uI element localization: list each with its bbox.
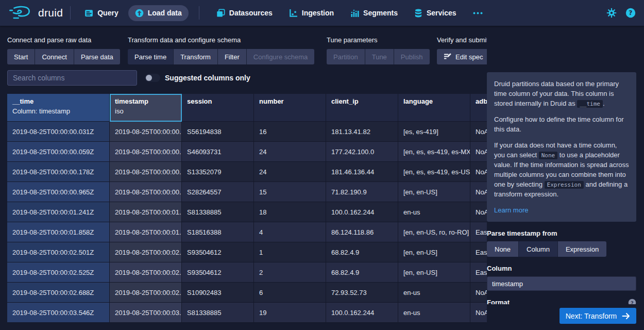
parse-timestamp-from-group: NoneColumnExpression <box>487 241 636 257</box>
table-cell: 4 <box>254 222 326 242</box>
table-cell: 1 <box>254 242 326 262</box>
table-cell: 16 <box>254 122 326 142</box>
step-group: Tune parametersPartitionTunePublish <box>327 36 430 64</box>
table-cell: 2019-08-25T00:00:02.501Z <box>7 242 110 262</box>
step-button-parse-data[interactable]: Parse data <box>74 49 120 64</box>
table-cell: [en, es, es-419, es-MX] <box>398 142 470 162</box>
column-header-timestamp[interactable]: timestampiso <box>110 94 182 122</box>
step-button-publish: Publish <box>394 49 430 64</box>
druid-logo[interactable]: druid <box>8 5 63 21</box>
services-icon <box>414 9 422 18</box>
suggested-columns-toggle[interactable] <box>145 74 160 82</box>
table-cell: 2019-08-25T00:00:02.688Z <box>110 283 182 303</box>
nav-item-services[interactable]: Services <box>408 5 463 21</box>
column-header-client-ip[interactable]: client_ip <box>326 94 398 122</box>
callout-paragraph: Configure how to define the time column … <box>494 114 629 134</box>
help-icon[interactable]: ? <box>625 8 636 18</box>
callout-paragraph: If your data does not have a time column… <box>494 140 629 199</box>
step-group-title: Verify and submit <box>437 36 489 44</box>
table-cell: [en, en-US] <box>398 182 470 202</box>
column-header-number[interactable]: number <box>254 94 326 122</box>
table-cell: 2019-08-25T00:00:00.178Z <box>7 162 110 182</box>
table-cell: 2019-08-25T00:00:02.525Z <box>7 262 110 283</box>
column-name: number <box>259 97 320 105</box>
table-cell: [en, en-US] <box>398 262 470 283</box>
nav-item-ingestion[interactable]: Ingestion <box>282 5 341 21</box>
parse-from-option-none[interactable]: None <box>487 241 519 257</box>
column-subtitle: Column: timestamp <box>12 107 104 115</box>
table-cell: S93504612 <box>182 242 254 262</box>
table-cell: en-us <box>398 303 470 323</box>
gear-icon[interactable] <box>606 8 617 18</box>
step-button-parse-time[interactable]: Parse time <box>128 49 174 64</box>
table-cell: 6 <box>254 283 326 303</box>
table-cell: 24 <box>254 142 326 162</box>
parse-from-option-column[interactable]: Column <box>519 241 558 257</box>
code-chip: __time <box>577 100 603 108</box>
table-cell: 2019-08-25T00:00:01.858Z <box>110 222 182 242</box>
table-cell: 2019-08-25T00:00:01.241Z <box>7 202 110 222</box>
panel-scroll: Druid partitions data based on the prima… <box>487 72 636 304</box>
next-transform-button[interactable]: Next: Transform <box>560 308 636 324</box>
nav-item-segments[interactable]: Segments <box>344 5 404 21</box>
learn-more-link[interactable]: Learn more <box>494 205 629 215</box>
table-cell: 19 <box>254 303 326 323</box>
nav-item-load-data[interactable]: Load data <box>128 5 189 21</box>
table-cell: en-us <box>398 283 470 303</box>
table-cell: 2019-08-25T00:00:03.546Z <box>7 303 110 323</box>
table-cell: 68.82.4.9 <box>326 242 398 262</box>
table-cell: 181.46.136.44 <box>326 162 398 182</box>
step-button-partition: Partition <box>327 49 365 64</box>
nav-right: ? <box>606 8 636 18</box>
format-label: Format <box>487 299 510 304</box>
step-button-filter[interactable]: Filter <box>218 49 247 64</box>
segments-icon <box>350 9 359 18</box>
step-button-edit-spec[interactable]: Edit spec <box>437 49 489 64</box>
column-header-language[interactable]: language <box>398 94 470 122</box>
column-name: session <box>187 97 248 105</box>
table-cell: 18 <box>254 202 326 222</box>
parse-from-option-expression[interactable]: Expression <box>558 241 606 257</box>
step-group-title: Connect and parse raw data <box>7 36 120 44</box>
step-group-title: Tune parameters <box>327 36 430 44</box>
info-icon[interactable]: ? <box>628 299 636 304</box>
step-group: Verify and submitEdit spec <box>437 36 489 64</box>
column-header-session[interactable]: session <box>182 94 254 122</box>
nav-item-more[interactable] <box>466 8 489 18</box>
nav-item-query[interactable]: Query <box>78 5 125 21</box>
table-cell: S28264557 <box>182 182 254 202</box>
table-cell: 24 <box>254 162 326 182</box>
callout-paragraph: Druid partitions data based on the prima… <box>494 79 629 108</box>
table-cell: 2019-08-25T00:00:01.858Z <box>7 222 110 242</box>
column-header---time[interactable]: __timeColumn: timestamp <box>7 94 110 122</box>
table-cell: S13352079 <box>182 162 254 182</box>
table-cell: S81338885 <box>182 202 254 222</box>
nav-item-datasources[interactable]: Datasources <box>210 5 279 21</box>
step-button-transform[interactable]: Transform <box>174 49 218 64</box>
more-icon <box>473 12 483 14</box>
search-columns-input[interactable] <box>7 70 137 86</box>
table-cell: 2019-08-25T00:00:01.241Z <box>110 202 182 222</box>
code-chip: None <box>539 152 558 159</box>
step-group: Transform data and configure schemaParse… <box>128 36 314 64</box>
table-cell: 2019-08-25T00:00:00.059Z <box>7 142 110 162</box>
nav-divider <box>199 6 199 20</box>
step-group: Connect and parse raw dataStartConnectPa… <box>7 36 120 64</box>
time-column-callout: Druid partitions data based on the prima… <box>487 72 636 222</box>
table-cell: [es, es-419] <box>398 122 470 142</box>
nav-item-label: Segments <box>363 9 398 17</box>
datasources-icon <box>216 9 225 18</box>
table-cell: 177.242.100.0 <box>326 142 398 162</box>
table-cell: 2019-08-25T00:00:00.059Z <box>110 142 182 162</box>
column-input[interactable] <box>487 276 636 291</box>
step-button-start[interactable]: Start <box>7 49 35 64</box>
step-button-connect[interactable]: Connect <box>35 49 74 64</box>
column-name: __time <box>12 97 104 105</box>
edit-spec-icon <box>444 53 452 61</box>
query-icon <box>84 9 93 18</box>
toggle-knob <box>146 75 152 81</box>
druid-logo-icon <box>8 5 34 21</box>
table-cell: 2019-08-25T00:00:00.965Z <box>110 182 182 202</box>
nav-item-label: Datasources <box>229 9 273 17</box>
column-name: client_ip <box>331 97 393 105</box>
